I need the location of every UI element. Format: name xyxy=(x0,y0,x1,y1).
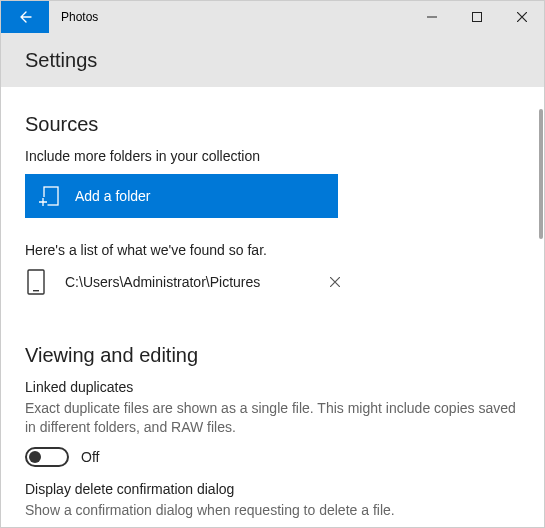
content: Sources Include more folders in your col… xyxy=(1,87,544,527)
svg-rect-0 xyxy=(472,13,481,22)
delete-confirm-description: Show a confirmation dialog when requesti… xyxy=(25,501,520,520)
remove-folder-button[interactable] xyxy=(323,270,347,294)
linked-duplicates-description: Exact duplicate files are shown as a sin… xyxy=(25,399,520,437)
back-button[interactable] xyxy=(1,1,49,33)
page-title: Settings xyxy=(25,49,97,72)
include-folders-label: Include more folders in your collection xyxy=(25,148,520,164)
app-title: Photos xyxy=(49,1,98,33)
titlebar: Photos xyxy=(1,1,544,33)
arrow-left-icon xyxy=(17,9,33,25)
viewing-heading: Viewing and editing xyxy=(25,344,520,367)
svg-rect-4 xyxy=(33,290,39,291)
maximize-button[interactable] xyxy=(454,1,499,33)
device-icon xyxy=(25,268,47,296)
linked-duplicates-toggle-state: Off xyxy=(81,449,99,465)
add-folder-label: Add a folder xyxy=(75,188,151,204)
page-header: Settings xyxy=(1,33,544,87)
folder-path: C:\Users\Administrator\Pictures xyxy=(65,274,305,290)
sources-heading: Sources xyxy=(25,113,520,136)
minimize-icon xyxy=(427,12,437,22)
x-icon xyxy=(330,277,340,287)
folder-row: C:\Users\Administrator\Pictures xyxy=(25,268,520,296)
found-so-far-label: Here's a list of what we've found so far… xyxy=(25,242,520,258)
delete-confirm-label: Display delete confirmation dialog xyxy=(25,481,520,497)
maximize-icon xyxy=(472,12,482,22)
minimize-button[interactable] xyxy=(409,1,454,33)
toggle-knob xyxy=(29,451,41,463)
close-button[interactable] xyxy=(499,1,544,33)
scrollbar[interactable] xyxy=(539,109,543,239)
linked-duplicates-toggle[interactable] xyxy=(25,447,69,467)
linked-duplicates-label: Linked duplicates xyxy=(25,379,520,395)
close-icon xyxy=(517,12,527,22)
add-folder-button[interactable]: Add a folder xyxy=(25,174,338,218)
add-folder-icon xyxy=(37,184,61,208)
